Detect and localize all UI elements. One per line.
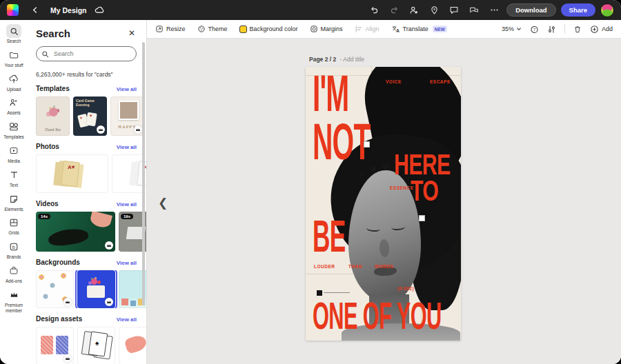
section-title-backgrounds: Backgrounds [36,259,80,266]
selection-handle[interactable] [419,215,425,221]
photo-thumbnail[interactable]: A♥ [36,154,108,193]
text-layer-one-of-you[interactable]: ONE OF YOU [313,297,442,334]
flower-graphic [49,108,58,117]
download-button[interactable]: Download [506,3,555,17]
text-layer-voice[interactable]: VOICE [386,79,402,84]
toolbar-divider [564,24,565,34]
text-layer-essence[interactable]: ESSENCE [390,185,414,190]
share-button[interactable]: Share [561,3,595,17]
svg-text:b: b [12,245,15,250]
card-shuffle-graphic [48,227,89,247]
translate-button[interactable]: A Translate NEW [391,25,447,33]
chat-bubbles-icon[interactable] [466,3,482,18]
background-thumbnail[interactable] [36,270,74,308]
text-layer-to[interactable]: TO [411,177,438,205]
search-panel: Search ✕ 6,263,000+ results for "cards" … [28,20,147,364]
sidebar-item-premium-member[interactable]: Premium member [0,288,28,314]
section-title-design-assets: Design assets [36,315,82,323]
top-bar: My Design D [0,0,621,20]
design-asset-thumbnail[interactable] [119,327,147,364]
more-options-button[interactable] [486,3,502,18]
view-all-videos-link[interactable]: View all [117,201,137,208]
zoom-level-dropdown[interactable]: 35% [502,26,522,32]
sidebar-item-brands[interactable]: b Brands [0,240,28,260]
artboard-page-2[interactable]: I'MNOT VOICE ESCAPE HERE TO ESSENCE BE L… [306,67,461,341]
delete-page-button[interactable] [573,25,582,34]
settings-sliders-button[interactable] [547,25,556,34]
translate-icon: A [391,25,400,33]
view-all-design-assets-link[interactable]: View all [117,316,137,323]
cloud-sync-icon[interactable] [92,3,108,18]
text-layer-be[interactable]: BE [313,216,345,258]
premium-crown-badge [97,125,105,134]
video-duration-badge: 14s [38,214,50,219]
people-icon [6,96,21,110]
theme-button[interactable]: Theme [197,25,228,33]
trash-icon [573,25,582,34]
background-color-button[interactable]: Background color [239,26,298,33]
templates-icon [6,120,21,134]
close-panel-button[interactable]: ✕ [127,27,137,39]
margins-button[interactable]: Margins [310,25,343,33]
text-layer-louder[interactable]: LOUDER [314,264,335,269]
text-layer-words[interactable]: WORDS [375,264,393,269]
sidebar-item-templates[interactable]: Templates [0,120,28,140]
text-layer-im-not[interactable]: I'MNOT [313,70,370,167]
align-button-disabled[interactable]: Align [355,25,379,33]
canvas-area[interactable]: Page 2 / 2 - Add title ❮ [147,39,621,364]
adobe-express-logo-icon[interactable] [7,4,19,16]
view-all-templates-link[interactable]: View all [117,86,137,92]
design-asset-thumbnail[interactable] [36,327,74,364]
back-button[interactable] [24,1,45,19]
card-back-graphic [56,336,68,354]
add-title-link[interactable]: - Add title [340,56,364,63]
sidebar-item-text[interactable]: Text [0,168,28,188]
comment-icon[interactable] [446,3,462,18]
add-collaborator-icon[interactable] [406,3,422,18]
document-title[interactable]: My Design [50,6,87,14]
section-title-templates: Templates [36,85,70,92]
sidebar-item-media[interactable]: Media [0,144,28,164]
panel-scrollbar[interactable] [142,42,145,305]
svg-text:7: 7 [533,28,535,32]
resize-button[interactable]: Resize [155,25,186,33]
text-layer-than[interactable]: THAN [348,264,362,269]
undo-button[interactable] [366,3,382,18]
template-thumbnail[interactable]: HAPPY [110,97,144,136]
card-back-graphic [41,336,53,354]
sidebar-item-assets[interactable]: Assets [0,96,28,116]
sidebar-item-elements[interactable]: Elements [0,192,28,212]
user-avatar[interactable] [600,3,614,17]
selection-handle[interactable] [364,141,370,148]
videos-row: 14s 19s [36,212,147,252]
view-all-backgrounds-link[interactable]: View all [117,260,137,266]
sidebar-item-your-stuff[interactable]: Your stuff [0,48,28,68]
page-label[interactable]: Page 2 / 2 - Add title [309,56,364,63]
sidebar-item-search[interactable]: Search [0,24,28,44]
design-assets-row: ♠ [36,327,147,364]
view-all-photos-link[interactable]: View all [117,144,137,150]
video-thumbnail[interactable]: 14s [36,212,115,252]
text-layer-ref[interactable]: (0.002) [397,286,414,291]
sliders-icon [547,25,556,34]
design-asset-thumbnail[interactable]: ♠ [77,327,115,364]
timer-button[interactable]: 7 [530,25,539,34]
playing-card-graphic: ♥ [86,112,97,126]
text-layer-escape[interactable]: ESCAPE [430,79,451,84]
margins-icon [310,25,318,33]
background-thumbnail-selected[interactable] [77,270,115,308]
previous-page-button[interactable]: ❮ [155,193,170,213]
text-icon [6,168,21,182]
search-input[interactable] [52,50,131,58]
sidebar-item-add-ons[interactable]: Add-ons [0,264,28,284]
search-input-wrapper [36,46,137,61]
hand-graphic [89,212,112,229]
sidebar-item-upload[interactable]: Upload [0,72,28,92]
add-page-button[interactable]: Add [590,25,613,34]
template-thumbnail[interactable]: Thank You [36,97,70,136]
pin-icon[interactable] [426,3,442,18]
template-thumbnail[interactable]: Card Game Evening ♦ ♥ [73,97,107,136]
media-icon [6,144,21,158]
sidebar-item-grids[interactable]: Grids [0,216,28,236]
redo-button[interactable] [386,3,402,18]
